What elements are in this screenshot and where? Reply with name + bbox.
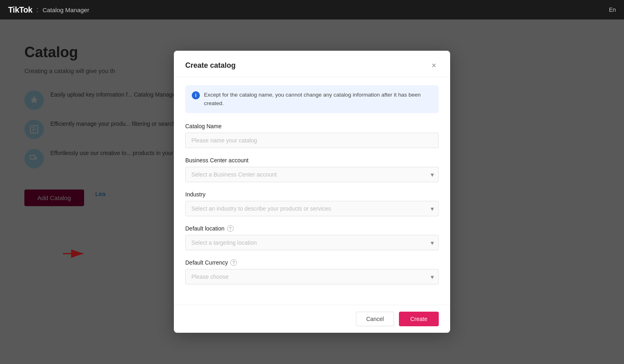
industry-select-wrapper: Select an industry to describe your prod… xyxy=(185,201,439,216)
business-center-group: Business Center account Select a Busines… xyxy=(185,157,439,182)
topbar-right-text: En xyxy=(609,6,616,13)
logo-separator: : xyxy=(37,6,39,14)
business-center-select[interactable]: Select a Business Center account xyxy=(185,167,439,182)
info-banner: i Except for the catalog name, you canno… xyxy=(185,85,439,113)
industry-select[interactable]: Select an industry to describe your prod… xyxy=(185,201,439,216)
catalog-name-input[interactable] xyxy=(185,133,439,148)
modal-header: Create catalog × xyxy=(174,51,450,77)
create-button[interactable]: Create xyxy=(399,312,439,326)
default-currency-select-wrapper: Please choose xyxy=(185,269,439,284)
default-location-label: Default location ? xyxy=(185,225,439,232)
modal-footer: Cancel Create xyxy=(174,305,450,333)
industry-group: Industry Select an industry to describe … xyxy=(185,191,439,216)
create-catalog-modal: Create catalog × i Except for the catalo… xyxy=(174,51,450,333)
default-currency-label: Default Currency ? xyxy=(185,259,439,266)
logo: TikTok : Catalog Manager xyxy=(8,5,89,15)
close-button[interactable]: × xyxy=(429,60,439,70)
info-icon: i xyxy=(192,91,200,99)
default-currency-group: Default Currency ? Please choose xyxy=(185,259,439,284)
modal-body: i Except for the catalog name, you canno… xyxy=(174,77,450,305)
default-location-select-wrapper: Select a targeting location xyxy=(185,235,439,250)
default-currency-select[interactable]: Please choose xyxy=(185,269,439,284)
business-center-select-wrapper: Select a Business Center account xyxy=(185,167,439,182)
tiktok-logo-text: TikTok xyxy=(8,5,32,15)
topbar: TikTok : Catalog Manager En xyxy=(0,0,624,19)
modal-title: Create catalog xyxy=(185,61,236,70)
catalog-name-label: Catalog Name xyxy=(185,123,439,129)
default-location-help-icon[interactable]: ? xyxy=(227,225,234,232)
business-center-label: Business Center account xyxy=(185,157,439,164)
catalog-name-group: Catalog Name xyxy=(185,123,439,148)
modal-overlay: Create catalog × i Except for the catalo… xyxy=(0,19,624,364)
default-currency-help-icon[interactable]: ? xyxy=(230,259,237,266)
default-location-group: Default location ? Select a targeting lo… xyxy=(185,225,439,250)
info-banner-text: Except for the catalog name, you cannot … xyxy=(204,91,432,108)
industry-label: Industry xyxy=(185,191,439,198)
default-location-select[interactable]: Select a targeting location xyxy=(185,235,439,250)
logo-subtitle: Catalog Manager xyxy=(43,6,89,13)
cancel-button[interactable]: Cancel xyxy=(356,312,394,326)
